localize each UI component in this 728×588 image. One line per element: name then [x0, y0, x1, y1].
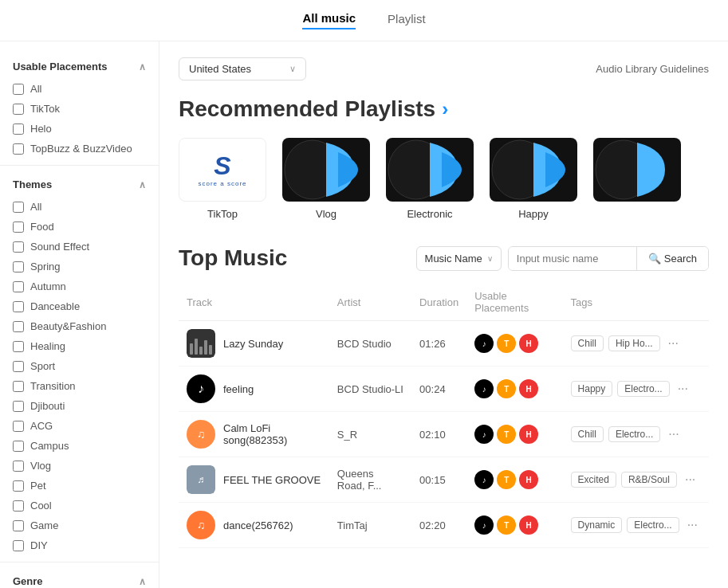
more-options-button[interactable]: ···	[665, 336, 682, 351]
playlist-electronic-cover	[386, 138, 474, 202]
country-select[interactable]: United States ∨	[179, 57, 306, 80]
guideline-link[interactable]: Audio Library Guidelines	[596, 63, 709, 75]
helo-checkbox[interactable]	[13, 123, 24, 135]
themes-header[interactable]: Themes ∧	[0, 172, 159, 197]
sidebar-section-usable-placements: Usable Placements ∧ All TikTok Helo TopB…	[0, 54, 159, 159]
danceable-cb[interactable]	[13, 301, 24, 312]
sidebar-item-topbuzz[interactable]: TopBuzz & BuzzVideo	[0, 139, 159, 159]
sidebar-item-game[interactable]: Game	[0, 515, 159, 535]
search-input[interactable]	[509, 247, 636, 270]
track-name: feeling	[223, 383, 254, 395]
playlist-vlog[interactable]: Vlog	[282, 138, 370, 220]
more-options-button[interactable]: ···	[675, 382, 691, 396]
vlog-cb[interactable]	[13, 461, 24, 472]
sidebar-item-campus[interactable]: Campus	[0, 436, 159, 456]
sidebar-item-danceable[interactable]: Danceable	[0, 296, 159, 316]
sidebar-item-tiktok[interactable]: TikTok	[0, 99, 159, 119]
sidebar-item-djibouti[interactable]: Djibouti	[0, 396, 159, 416]
more-options-button[interactable]: ···	[682, 472, 698, 487]
pet-cb[interactable]	[13, 480, 24, 492]
playlist-extra[interactable]	[593, 138, 681, 220]
acg-cb[interactable]	[13, 421, 24, 432]
sidebar-item-food[interactable]: Food	[0, 217, 159, 237]
djibouti-cb[interactable]	[13, 401, 24, 412]
usable-placements-header[interactable]: Usable Placements ∧	[0, 54, 159, 79]
pet-label: Pet	[30, 480, 46, 492]
game-cb[interactable]	[13, 520, 24, 531]
country-chevron-icon: ∨	[289, 64, 296, 74]
beauty-cb[interactable]	[13, 321, 24, 332]
transition-label: Transition	[30, 380, 76, 392]
sport-cb[interactable]	[13, 361, 24, 372]
sidebar-item-sport[interactable]: Sport	[0, 356, 159, 376]
table-row[interactable]: ♫ Calm LoFi song(882353) S_R 02:10 ♪ T H…	[179, 412, 709, 457]
tab-playlist[interactable]: Playlist	[388, 12, 426, 29]
tag: Chill	[571, 335, 604, 351]
playlist-electronic[interactable]: Electronic	[386, 138, 474, 220]
tag: Electro...	[617, 381, 669, 397]
tiktok-checkbox[interactable]	[13, 104, 24, 115]
cool-cb[interactable]	[13, 500, 24, 512]
col-tags: Tags	[563, 284, 709, 321]
spring-cb[interactable]	[13, 261, 24, 272]
filter-chevron-icon: ∨	[487, 254, 493, 263]
vlog-label: Vlog	[30, 460, 51, 472]
sport-label: Sport	[30, 360, 55, 372]
sidebar-item-spring[interactable]: Spring	[0, 257, 159, 276]
playlist-electronic-label: Electronic	[407, 208, 452, 220]
beauty-label: Beauty&Fashion	[30, 320, 106, 332]
topbuzz-checkbox[interactable]	[13, 143, 24, 155]
sidebar-item-autumn[interactable]: Autumn	[0, 276, 159, 296]
artist-cell: Queens Road, F...	[329, 457, 411, 503]
danceable-label: Danceable	[30, 300, 80, 312]
artist-cell: BCD Studio	[329, 321, 411, 367]
recommended-arrow-icon[interactable]: ›	[442, 98, 448, 120]
tiktok-placement-icon: ♪	[474, 470, 494, 489]
top-music-header: Top Music Music Name ∨ 🔍 Search	[179, 245, 709, 271]
sidebar-item-all-themes[interactable]: All	[0, 197, 159, 217]
sidebar-item-sound-effect[interactable]: Sound Effect	[0, 237, 159, 257]
sound-effect-cb[interactable]	[13, 241, 24, 253]
table-row[interactable]: ♬ FEEL THE GROOVE Queens Road, F... 00:1…	[179, 457, 709, 503]
table-row[interactable]: ♪ feeling BCD Studio-LI 00:24 ♪ T H Happ…	[179, 367, 709, 412]
helo-placement-icon: H	[519, 470, 538, 489]
autumn-cb[interactable]	[13, 281, 24, 292]
playlist-happy[interactable]: Happy	[490, 138, 577, 220]
tiktok-placement-icon: ♪	[474, 334, 494, 353]
acg-label: ACG	[30, 420, 53, 432]
search-button[interactable]: 🔍 Search	[636, 247, 708, 270]
playlist-tiktop[interactable]: S score a score TikTop	[179, 138, 266, 220]
healing-cb[interactable]	[13, 341, 24, 352]
artist-cell: BCD Studio-LI	[329, 367, 411, 412]
food-cb[interactable]	[13, 221, 24, 233]
artist-cell: S_R	[329, 412, 411, 457]
campus-cb[interactable]	[13, 441, 24, 452]
sidebar-item-helo[interactable]: Helo	[0, 119, 159, 139]
music-name-filter[interactable]: Music Name ∨	[416, 246, 502, 271]
filter-label: Music Name	[425, 253, 482, 265]
all-themes-cb[interactable]	[13, 202, 24, 213]
duration-cell: 01:26	[411, 321, 466, 367]
genre-header[interactable]: Genre ∧	[0, 569, 159, 588]
all-placements-checkbox[interactable]	[13, 84, 24, 95]
topbuzz-placement-icon: T	[497, 334, 516, 353]
table-row[interactable]: Lazy Sunday BCD Studio 01:26 ♪ T H Chill…	[179, 321, 709, 367]
sidebar-item-diy[interactable]: DIY	[0, 535, 159, 555]
sidebar-item-cool[interactable]: Cool	[0, 496, 159, 515]
sidebar-item-pet[interactable]: Pet	[0, 476, 159, 496]
more-options-button[interactable]: ···	[665, 427, 682, 441]
sidebar-item-all-placements[interactable]: All	[0, 79, 159, 99]
transition-cb[interactable]	[13, 381, 24, 392]
sidebar-item-healing[interactable]: Healing	[0, 336, 159, 356]
helo-placement-icon: H	[519, 515, 538, 535]
sidebar-item-acg[interactable]: ACG	[0, 416, 159, 436]
playlist-vlog-cover	[282, 138, 370, 202]
sidebar-item-beauty-fashion[interactable]: Beauty&Fashion	[0, 316, 159, 336]
sidebar-item-vlog[interactable]: Vlog	[0, 456, 159, 476]
tab-all-music[interactable]: All music	[302, 11, 356, 29]
more-options-button[interactable]: ···	[684, 518, 701, 532]
table-row[interactable]: ♫ dance(256762) TimTaj 02:20 ♪ T H Dynam…	[179, 503, 709, 548]
tag: Hip Ho...	[608, 335, 660, 351]
diy-cb[interactable]	[13, 540, 24, 551]
sidebar-item-transition[interactable]: Transition	[0, 376, 159, 396]
